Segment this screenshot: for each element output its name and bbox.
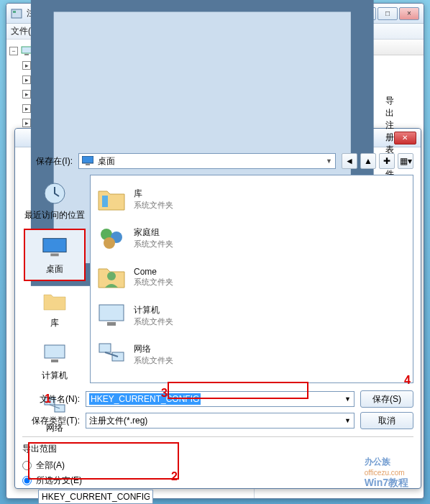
filetype-label: 保存类型(T): [22,415,80,427]
list-item[interactable]: 计算机系统文件夹 [96,296,407,335]
savein-label: 保存在(I): [22,155,73,168]
filetype-value: 注册文件(*.reg) [89,415,147,427]
back-button[interactable]: ◄ [342,153,357,169]
dropdown-arrow-icon: ▼ [344,417,351,424]
svg-rect-15 [102,196,108,207]
user-icon [96,263,127,290]
computer-icon [96,302,127,329]
place-computer[interactable]: 计算机 [24,336,86,386]
places-bar: 最近访问的位置 桌面 库 计算机 网络 [22,175,87,383]
svg-rect-9 [50,254,58,257]
list-item[interactable]: 网络系统文件夹 [96,335,407,374]
place-recent[interactable]: 最近访问的位置 [24,176,86,226]
computer-icon [42,343,67,365]
svg-rect-1 [13,11,16,13]
dropdown-arrow-icon: ▼ [344,395,351,403]
svg-rect-5 [82,156,93,163]
collapse-icon[interactable]: − [9,47,18,55]
filename-field[interactable]: HKEY_CURRENT_CONFIG ▼ [86,391,354,407]
filename-value: HKEY_CURRENT_CONFIG [89,393,201,405]
file-list[interactable]: 库系统文件夹 家庭组系统文件夹 Come系统文件夹 计算机系统文件夹 网络系统文… [90,175,413,383]
radio-all-label: 全部(A) [36,459,65,472]
svg-rect-22 [99,344,111,352]
network-icon [96,341,127,368]
radio-branch-label: 所选分支(E) [36,475,82,487]
close-button[interactable]: × [399,7,419,20]
filetype-field[interactable]: 注册文件(*.reg) ▼ [86,413,354,429]
list-item[interactable]: 家庭组系统文件夹 [96,219,407,257]
svg-rect-10 [45,345,65,358]
svg-rect-20 [99,305,124,321]
dialog-titlebar[interactable]: 导出注册表文件 ✕ [15,129,421,147]
export-scope-heading: 导出范围 [22,443,413,455]
desktop-icon [82,156,93,166]
library-icon [96,185,127,213]
branch-input[interactable] [38,490,153,504]
dropdown-arrow-icon: ▼ [326,157,332,165]
place-libraries[interactable]: 库 [24,284,86,334]
svg-rect-6 [86,164,90,165]
newfolder-button[interactable]: ✚ [379,153,395,169]
svg-rect-11 [51,359,58,362]
recent-icon [42,181,67,206]
list-item[interactable]: Come系统文件夹 [96,257,407,296]
savein-dropdown[interactable]: 桌面 ▼ [78,153,336,169]
radio-all[interactable] [22,461,32,470]
filename-label: 文件名(N): [22,393,80,406]
library-icon [42,290,67,312]
radio-branch[interactable] [22,476,32,485]
svg-point-18 [104,237,115,249]
svg-rect-21 [107,322,116,326]
up-button[interactable]: ▲ [360,153,376,169]
dialog-close-button[interactable]: ✕ [394,132,416,145]
save-button[interactable]: 保存(S) [360,390,413,408]
export-dialog: 导出注册表文件 ✕ 保存在(I): 桌面 ▼ ◄ ▲ ✚ ▦▾ 最近访问的位置 [14,128,421,489]
svg-rect-8 [43,239,66,252]
savein-value: 桌面 [98,155,115,168]
homegroup-icon [96,224,127,252]
place-desktop[interactable]: 桌面 [24,229,86,281]
viewmode-button[interactable]: ▦▾ [398,153,413,169]
cancel-button[interactable]: 取消 [360,412,413,429]
list-item[interactable]: 库系统文件夹 [96,180,407,219]
desktop-icon [42,237,68,258]
svg-point-19 [107,272,116,280]
